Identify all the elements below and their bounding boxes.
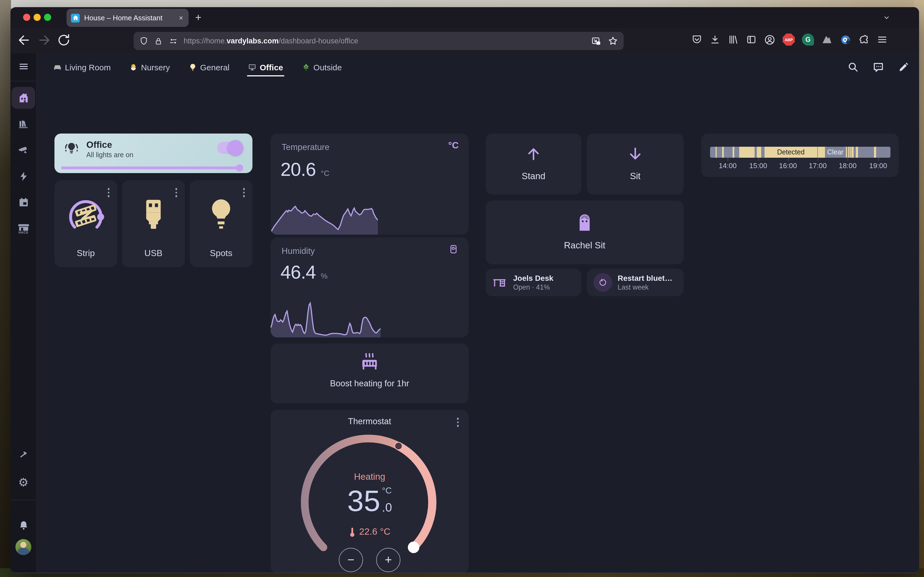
humidity-card[interactable]: Humidity 46.4 % bbox=[271, 237, 468, 337]
desk-stand-card[interactable]: Stand bbox=[486, 134, 582, 195]
view-tab-label: Office bbox=[260, 62, 283, 72]
sidebar-item-notifications[interactable] bbox=[11, 514, 35, 536]
browser-tab[interactable]: House – Home Assistant × bbox=[66, 9, 189, 27]
usb-light-tile[interactable]: USB bbox=[122, 180, 185, 267]
timeline-segment bbox=[757, 147, 761, 158]
view-tab-living-room[interactable]: Living Room bbox=[47, 53, 118, 81]
view-tab-office[interactable]: Office bbox=[242, 53, 290, 81]
url-text[interactable]: https://home.vardylabs.com/dashboard-hou… bbox=[184, 37, 358, 45]
timeline-segment bbox=[710, 147, 716, 158]
sidebar-item-history[interactable] bbox=[11, 113, 35, 135]
view-tab-label: Living Room bbox=[65, 62, 111, 72]
user-avatar[interactable] bbox=[15, 539, 31, 555]
menu-hamburger-icon[interactable] bbox=[877, 34, 888, 45]
temperature-title: Temperature bbox=[282, 142, 330, 152]
list-tabs-chevron-icon[interactable] bbox=[883, 14, 890, 21]
humidity-sensor-icon[interactable] bbox=[448, 244, 459, 255]
target-temp-handle[interactable] bbox=[408, 542, 419, 553]
timeline-segment bbox=[734, 147, 740, 158]
calendar-icon bbox=[18, 197, 29, 208]
tile-label: Strip bbox=[55, 248, 117, 258]
sidebar-item-developer-tools[interactable] bbox=[11, 445, 35, 467]
edit-pencil-icon[interactable] bbox=[898, 61, 909, 73]
target-temperature: 35 °C .0 bbox=[271, 486, 468, 516]
search-icon[interactable] bbox=[847, 61, 859, 73]
restart-bluetooth-card[interactable]: Restart bluetoot… Last week bbox=[587, 269, 684, 296]
brightness-slider-thumb[interactable] bbox=[236, 164, 243, 171]
pocket-icon[interactable] bbox=[691, 34, 702, 45]
timeline-tick-label: 17:00 bbox=[809, 161, 827, 170]
timeline-segment: Detected bbox=[764, 147, 817, 158]
timeline-segment bbox=[858, 147, 874, 158]
temp-decrease-button[interactable]: − bbox=[339, 548, 363, 572]
temp-increase-button[interactable]: + bbox=[376, 548, 401, 572]
boost-heating-card[interactable]: Boost heating for 1hr bbox=[271, 343, 468, 403]
temperature-card[interactable]: Temperature °C 20.6 °C bbox=[271, 134, 468, 235]
grammarly-icon[interactable]: G bbox=[802, 34, 814, 46]
zoom-window-button[interactable] bbox=[44, 14, 51, 21]
temperature-unit-icon[interactable]: °C bbox=[448, 140, 459, 151]
tab-close-icon[interactable]: × bbox=[178, 14, 184, 22]
sidebar-item-hacs[interactable]: HACS bbox=[11, 218, 35, 240]
sidebar-item-calendar[interactable] bbox=[11, 191, 35, 213]
thermostat-card[interactable]: Thermostat Heating 35 °C .0 bbox=[271, 410, 468, 573]
radiator-icon bbox=[360, 352, 379, 372]
downloads-icon[interactable] bbox=[709, 34, 720, 45]
office-light-toggle[interactable] bbox=[217, 142, 241, 154]
timeline-segment bbox=[740, 147, 754, 158]
sidebar-item-settings[interactable]: ⚙ bbox=[11, 471, 35, 493]
account-icon[interactable] bbox=[764, 34, 775, 45]
sidebar-toggle-icon[interactable] bbox=[746, 34, 757, 45]
close-window-button[interactable] bbox=[23, 14, 30, 21]
picture-in-picture-icon[interactable] bbox=[591, 36, 601, 46]
desk-sit-card[interactable]: Sit bbox=[587, 134, 684, 195]
bookmark-star-icon[interactable] bbox=[608, 36, 618, 46]
office-light-card[interactable]: Office All lights are on bbox=[55, 134, 252, 173]
permissions-icon[interactable] bbox=[168, 36, 178, 46]
monitor-icon bbox=[248, 63, 257, 71]
timeline-tick-label: 14:00 bbox=[719, 161, 737, 170]
joels-desk-card[interactable]: Joels Desk Open · 41% bbox=[486, 269, 582, 296]
timeline-tick bbox=[878, 158, 879, 161]
more-options-icon[interactable] bbox=[108, 188, 110, 197]
timeline-segment bbox=[874, 147, 876, 158]
adblock-plus-icon[interactable]: ABP bbox=[783, 34, 795, 46]
back-icon[interactable] bbox=[17, 33, 31, 47]
tracking-shield-icon[interactable] bbox=[139, 36, 149, 46]
extensions-puzzle-icon[interactable] bbox=[859, 34, 869, 45]
sidebar-item-cameras[interactable] bbox=[11, 139, 35, 161]
led-strip-icon bbox=[67, 196, 105, 233]
privacy-lock-icon[interactable] bbox=[840, 34, 851, 45]
minimize-window-button[interactable] bbox=[34, 14, 41, 21]
sidebar-menu-icon[interactable] bbox=[11, 55, 35, 77]
forward-icon[interactable] bbox=[37, 33, 51, 47]
rachel-sit-card[interactable]: Rachel Sit bbox=[486, 201, 684, 264]
timeline-tick bbox=[728, 158, 728, 161]
view-tab-general[interactable]: General bbox=[182, 53, 236, 81]
lock-icon[interactable] bbox=[154, 37, 163, 45]
temperature-graph bbox=[271, 192, 378, 235]
reload-icon[interactable] bbox=[57, 33, 71, 47]
sidebar-item-dashboard[interactable] bbox=[11, 87, 35, 109]
avatar-face bbox=[20, 542, 26, 548]
spots-light-tile[interactable]: Spots bbox=[190, 180, 252, 267]
motion-history-card[interactable]: DetectedClear 14:0015:0016:0017:0018:001… bbox=[701, 134, 899, 177]
strip-light-tile[interactable]: Strip bbox=[55, 180, 117, 267]
brightness-slider[interactable] bbox=[61, 166, 240, 169]
more-options-icon[interactable] bbox=[243, 188, 245, 197]
herb-icon bbox=[302, 63, 310, 71]
view-tab-nursery[interactable]: Nursery bbox=[123, 53, 176, 81]
vpn-mountain-icon[interactable] bbox=[821, 34, 833, 45]
timeline-tick-label: 16:00 bbox=[779, 161, 797, 170]
sidebar-item-energy[interactable] bbox=[11, 165, 35, 187]
sidebar-divider bbox=[10, 81, 36, 81]
new-tab-button[interactable]: + bbox=[195, 11, 201, 24]
url-bar[interactable]: https://home.vardylabs.com/dashboard-hou… bbox=[134, 32, 624, 50]
more-options-icon[interactable] bbox=[175, 188, 177, 197]
assist-chat-icon[interactable] bbox=[872, 61, 884, 73]
view-tab-outside[interactable]: Outside bbox=[296, 53, 349, 81]
timeline-bar[interactable]: DetectedClear bbox=[710, 147, 890, 158]
library-icon[interactable] bbox=[728, 34, 739, 45]
sidebar-divider-bottom bbox=[10, 500, 36, 500]
joels-desk-title: Joels Desk bbox=[513, 274, 553, 282]
